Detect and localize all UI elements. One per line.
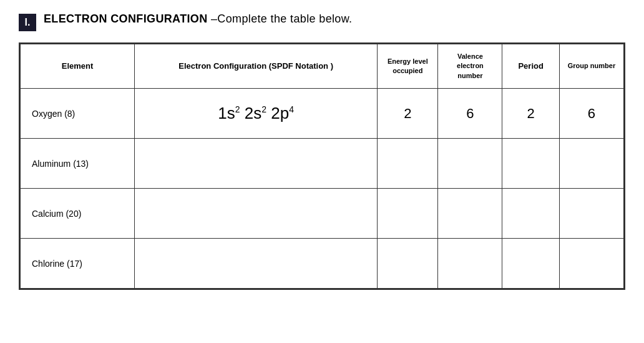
period-value (502, 239, 560, 289)
page-header: I. ELECTRON CONFIGURATION –Complete the … (19, 12, 625, 31)
header-energy: Energy level occupied (378, 44, 438, 89)
header-element: Element (21, 44, 135, 89)
valence-electrons: 6 (438, 89, 502, 139)
element-name: Chlorine (17) (21, 239, 135, 289)
group-value (559, 189, 623, 239)
valence-electrons (438, 189, 502, 239)
electron-config (135, 189, 378, 239)
element-name: Aluminum (13) (21, 139, 135, 189)
main-table-wrapper: Element Electron Configuration (SPDF Not… (19, 42, 625, 290)
table-row: Oxygen (8) 1s2 2s2 2p4 2 6 2 6 (21, 89, 624, 139)
electron-config (135, 139, 378, 189)
table-row: Calcium (20) (21, 189, 624, 239)
energy-level (378, 189, 438, 239)
table-row: Aluminum (13) (21, 139, 624, 189)
valence-electrons (438, 239, 502, 289)
group-value (559, 239, 623, 289)
electron-config-table: Element Electron Configuration (SPDF Not… (20, 44, 624, 289)
energy-level (378, 239, 438, 289)
period-value: 2 (502, 89, 560, 139)
header-valence: Valence electron number (438, 44, 502, 89)
section-number: I. (19, 14, 36, 31)
valence-electrons (438, 139, 502, 189)
table-header-row: Element Electron Configuration (SPDF Not… (21, 44, 624, 89)
table-row: Chlorine (17) (21, 239, 624, 289)
section-title: ELECTRON CONFIGURATION –Complete the tab… (44, 12, 352, 26)
header-config: Electron Configuration (SPDF Notation ) (135, 44, 378, 89)
group-value: 6 (559, 89, 623, 139)
header-group: Group number (559, 44, 623, 89)
energy-level (378, 139, 438, 189)
header-period: Period (502, 44, 560, 89)
group-value (559, 139, 623, 189)
electron-config: 1s2 2s2 2p4 (135, 89, 378, 139)
period-value (502, 189, 560, 239)
energy-level: 2 (378, 89, 438, 139)
element-name: Oxygen (8) (21, 89, 135, 139)
electron-config (135, 239, 378, 289)
period-value (502, 139, 560, 189)
element-name: Calcium (20) (21, 189, 135, 239)
